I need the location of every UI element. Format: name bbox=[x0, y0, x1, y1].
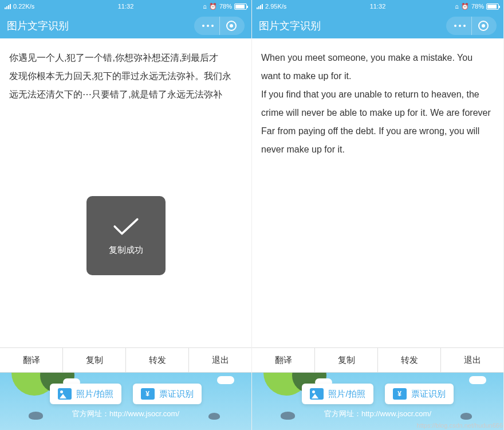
close-miniprogram-button[interactable] bbox=[471, 17, 494, 35]
decoration-cloud bbox=[217, 376, 234, 384]
tab-translate[interactable]: 翻译 bbox=[252, 348, 315, 372]
bell-icon: ⩍ bbox=[455, 3, 459, 10]
titlebar-actions bbox=[446, 17, 497, 35]
toast-message: 复制成功 bbox=[109, 245, 143, 256]
photo-capture-button[interactable]: 照片/拍照 bbox=[302, 384, 373, 404]
official-site-link[interactable]: 官方网址：http://www.jsocr.com/ bbox=[324, 409, 431, 419]
ticket-button-label: 票证识别 bbox=[159, 389, 194, 400]
tab-forward[interactable]: 转发 bbox=[126, 348, 189, 372]
more-menu-button[interactable] bbox=[196, 17, 219, 35]
page-title: 图片文字识别 bbox=[259, 19, 321, 33]
ticket-recognition-button[interactable]: 票证识别 bbox=[385, 384, 454, 404]
bell-icon: ⩍ bbox=[203, 3, 207, 10]
clock: 11:32 bbox=[370, 3, 386, 10]
tab-translate[interactable]: 翻译 bbox=[0, 348, 63, 372]
footer: 照片/拍照 票证识别 官方网址：http://www.jsocr.com/ bbox=[0, 373, 251, 430]
official-site-link[interactable]: 官方网址：http://www.jsocr.com/ bbox=[72, 409, 179, 419]
battery-icon bbox=[486, 3, 499, 10]
alarm-icon: ⏰ bbox=[209, 3, 217, 10]
tab-forward[interactable]: 转发 bbox=[378, 348, 441, 372]
network-speed: 2.95K/s bbox=[265, 3, 286, 10]
photo-capture-button[interactable]: 照片/拍照 bbox=[50, 384, 121, 404]
clock: 11:32 bbox=[118, 3, 134, 10]
ticket-recognition-button[interactable]: 票证识别 bbox=[133, 384, 202, 404]
photo-icon bbox=[58, 388, 72, 400]
signal-icon bbox=[5, 4, 11, 9]
signal-icon bbox=[257, 4, 263, 9]
ticket-icon bbox=[141, 388, 155, 400]
battery-percent: 78% bbox=[471, 3, 484, 10]
phone-left: 0.22K/s 11:32 ⩍ ⏰ 78% 图片文字识别 你遇见一个人,犯了一个… bbox=[0, 0, 252, 430]
copy-success-toast: 复制成功 bbox=[86, 196, 166, 275]
title-bar: 图片文字识别 bbox=[0, 13, 251, 38]
decoration-rock bbox=[29, 412, 43, 420]
alarm-icon: ⏰ bbox=[461, 3, 469, 10]
ocr-result-text[interactable]: 你遇见一个人,犯了一个错,你想弥补想还清,到最后才 发现你根本无力回天,犯下的罪… bbox=[0, 38, 251, 347]
network-speed: 0.22K/s bbox=[13, 3, 34, 10]
ocr-result-text[interactable]: When you meet someone, you make a mistak… bbox=[252, 38, 503, 347]
watermark: https://blog.csdn.net/hudun666 bbox=[417, 422, 503, 429]
ticket-button-label: 票证识别 bbox=[411, 389, 446, 400]
action-tabbar: 翻译 复制 转发 退出 bbox=[252, 347, 503, 373]
tab-exit[interactable]: 退出 bbox=[189, 348, 251, 372]
footer: 照片/拍照 票证识别 官方网址：http://www.jsocr.com/ bbox=[252, 373, 503, 430]
ticket-icon bbox=[393, 388, 407, 400]
photo-button-label: 照片/拍照 bbox=[76, 389, 113, 400]
action-tabbar: 翻译 复制 转发 退出 bbox=[0, 347, 251, 373]
more-menu-button[interactable] bbox=[448, 17, 471, 35]
status-bar: 2.95K/s 11:32 ⩍ ⏰ 78% bbox=[252, 0, 503, 13]
tab-exit[interactable]: 退出 bbox=[441, 348, 503, 372]
decoration-rock bbox=[281, 412, 295, 420]
title-bar: 图片文字识别 bbox=[252, 13, 503, 38]
decoration-cloud bbox=[469, 376, 486, 384]
phone-right: 2.95K/s 11:32 ⩍ ⏰ 78% 图片文字识别 When you me… bbox=[252, 0, 504, 430]
decoration-rock bbox=[460, 413, 472, 420]
status-bar: 0.22K/s 11:32 ⩍ ⏰ 78% bbox=[0, 0, 251, 13]
checkmark-icon bbox=[109, 216, 143, 237]
decoration-rock bbox=[208, 413, 220, 420]
titlebar-actions bbox=[194, 17, 245, 35]
battery-icon bbox=[234, 3, 247, 10]
close-miniprogram-button[interactable] bbox=[219, 17, 242, 35]
battery-percent: 78% bbox=[219, 3, 232, 10]
photo-icon bbox=[310, 388, 324, 400]
photo-button-label: 照片/拍照 bbox=[328, 389, 365, 400]
page-title: 图片文字识别 bbox=[7, 19, 69, 33]
tab-copy[interactable]: 复制 bbox=[315, 348, 378, 372]
tab-copy[interactable]: 复制 bbox=[63, 348, 126, 372]
